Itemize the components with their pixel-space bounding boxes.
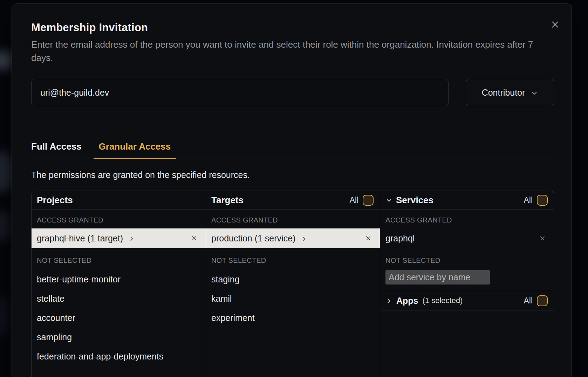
list-item[interactable]: accounter [32, 308, 206, 328]
all-label: All [524, 296, 533, 306]
role-select[interactable]: Contributor [466, 79, 554, 106]
access-tabs: Full Access Granular Access [31, 141, 554, 158]
page-title: Membership Invitation [31, 4, 554, 34]
tab-granular-access[interactable]: Granular Access [94, 141, 176, 159]
targets-all-checkbox[interactable] [363, 195, 374, 206]
backdrop-blur-artifact [0, 210, 12, 242]
resources-grid: Projects ACCESS GRANTED graphql-hive (1 … [31, 191, 554, 377]
granted-target-row[interactable]: production (1 service) [206, 228, 380, 248]
not-selected-label: NOT SELECTED [385, 256, 549, 265]
projects-column-title: Projects [37, 195, 73, 206]
services-all-checkbox[interactable] [537, 195, 548, 206]
list-item[interactable]: staging [206, 270, 380, 289]
list-item[interactable]: better-uptime-monitor [32, 270, 206, 289]
granted-service-row[interactable]: graphql [380, 228, 554, 248]
apps-selected-count: (1 selected) [423, 296, 463, 305]
permissions-note: The permissions are granted on the speci… [31, 170, 554, 180]
services-column: Services All ACCESS GRANTED graphql NOT … [380, 191, 554, 377]
services-column-title: Services [396, 195, 433, 206]
close-icon[interactable] [550, 19, 560, 30]
email-field[interactable] [31, 79, 449, 106]
granted-service-label: graphql [385, 233, 415, 244]
all-label: All [349, 196, 358, 205]
granted-target-label: production (1 service) [211, 233, 295, 244]
all-label: All [524, 196, 533, 205]
targets-column-title: Targets [211, 195, 244, 206]
granted-project-label: graphql-hive (1 target) [37, 233, 123, 244]
remove-project-icon[interactable] [191, 235, 198, 242]
apps-section-row[interactable]: Apps (1 selected) All [380, 291, 554, 310]
not-selected-label: NOT SELECTED [37, 256, 200, 265]
role-select-value: Contributor [482, 88, 525, 98]
remove-target-icon[interactable] [365, 235, 372, 242]
apps-title: Apps [396, 296, 418, 306]
chevron-right-icon [129, 236, 135, 242]
list-item[interactable]: kamil [206, 289, 380, 308]
access-granted-label: ACCESS GRANTED [37, 216, 200, 224]
access-granted-label: ACCESS GRANTED [211, 216, 375, 224]
chevron-right-icon [385, 297, 392, 304]
targets-column: Targets All ACCESS GRANTED production (1… [206, 191, 380, 377]
not-selected-label: NOT SELECTED [211, 256, 375, 265]
tab-full-access[interactable]: Full Access [31, 141, 82, 158]
apps-all-checkbox[interactable] [537, 295, 548, 306]
membership-invitation-dialog: Membership Invitation Enter the email ad… [12, 4, 572, 377]
chevron-down-icon [531, 89, 538, 97]
dialog-description: Enter the email address of the person yo… [31, 38, 554, 64]
add-service-input[interactable] [385, 270, 490, 285]
granted-project-row[interactable]: graphql-hive (1 target) [32, 228, 206, 248]
backdrop-blur-artifact [0, 294, 11, 336]
list-item[interactable]: federation-and-app-deployments [32, 347, 206, 366]
access-granted-label: ACCESS GRANTED [385, 216, 549, 224]
projects-column: Projects ACCESS GRANTED graphql-hive (1 … [32, 191, 206, 377]
list-item[interactable]: stellate [32, 289, 206, 308]
chevron-down-icon[interactable] [385, 197, 392, 204]
chevron-right-icon [301, 236, 307, 242]
list-item[interactable]: sampling [32, 328, 206, 347]
remove-service-icon[interactable] [539, 235, 546, 242]
list-item[interactable]: experiment [206, 308, 380, 328]
targets-not-selected-list: staging kamil experiment [206, 270, 380, 328]
projects-not-selected-list: better-uptime-monitor stellate accounter… [32, 270, 206, 366]
